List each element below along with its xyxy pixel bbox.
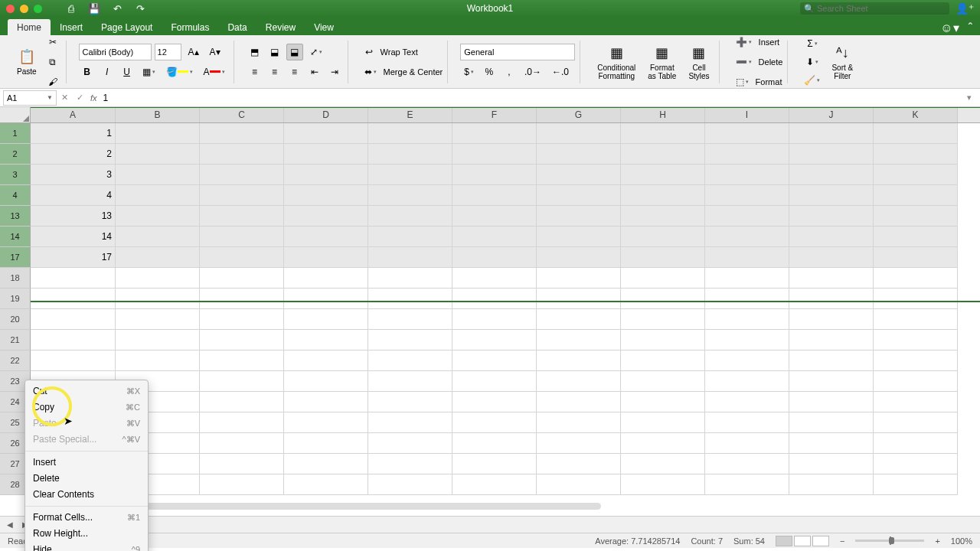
cell-K17[interactable] (874, 247, 958, 268)
cell-J1[interactable] (789, 123, 874, 144)
cell-H13[interactable] (621, 206, 705, 227)
cell-H3[interactable] (621, 165, 705, 185)
cell-K3[interactable] (874, 165, 958, 185)
cell-F3[interactable] (452, 165, 537, 185)
cell-D27[interactable] (284, 454, 368, 474)
cell-H22[interactable] (621, 350, 705, 371)
column-header-d[interactable]: D (284, 107, 368, 122)
cell-E17[interactable] (368, 247, 452, 268)
cell-F28[interactable] (452, 474, 537, 495)
page-layout-view-button[interactable] (794, 536, 811, 546)
cell-F20[interactable] (452, 309, 537, 330)
row-header-22[interactable]: 22 (0, 350, 31, 371)
cell-B20[interactable] (116, 309, 200, 330)
cell-E13[interactable] (368, 206, 452, 227)
sheet-prev-icon[interactable]: ◀ (5, 520, 15, 529)
cell-J25[interactable] (789, 412, 874, 433)
cell-D21[interactable] (284, 330, 368, 350)
cell-E1[interactable] (368, 123, 452, 144)
cell-E23[interactable] (368, 371, 452, 392)
decrease-indent-icon[interactable]: ⇤ (306, 64, 323, 80)
collapse-ribbon-icon[interactable]: ˆ (969, 21, 972, 35)
formula-input[interactable] (100, 93, 962, 103)
menu-item-copy[interactable]: Copy⌘C (25, 399, 148, 416)
cell-A22[interactable] (31, 350, 116, 371)
cell-G2[interactable] (537, 144, 621, 165)
autosave-icon[interactable]: ⎙ (65, 2, 77, 15)
cell-J21[interactable] (789, 330, 874, 350)
cell-A14[interactable]: 14 (31, 227, 116, 247)
cell-B3[interactable] (116, 165, 200, 185)
column-header-b[interactable]: B (116, 107, 200, 122)
page-break-view-button[interactable] (812, 536, 829, 546)
cell-I25[interactable] (705, 412, 789, 433)
row-header-13[interactable]: 13 (0, 206, 31, 227)
clear-icon[interactable]: 🧹 (800, 72, 824, 89)
select-all-corner[interactable] (0, 107, 31, 122)
cell-J18[interactable] (789, 268, 874, 289)
menu-item-clear-contents[interactable]: Clear Contents (25, 487, 148, 503)
cell-J17[interactable] (789, 247, 874, 268)
merge-center-button[interactable]: ⬌ (361, 64, 381, 80)
cell-E20[interactable] (368, 309, 452, 330)
delete-cells-button[interactable]: ➖ (732, 54, 756, 70)
cell-J28[interactable] (789, 474, 874, 495)
cell-H4[interactable] (621, 185, 705, 206)
cell-K24[interactable] (874, 392, 958, 412)
cell-J3[interactable] (789, 165, 874, 185)
cell-A3[interactable]: 3 (31, 165, 116, 185)
cell-G21[interactable] (537, 330, 621, 350)
cell-E21[interactable] (368, 330, 452, 350)
increase-indent-icon[interactable]: ⇥ (326, 64, 343, 80)
cell-K26[interactable] (874, 433, 958, 454)
cancel-formula-icon[interactable]: ✕ (57, 93, 72, 103)
cell-G27[interactable] (537, 454, 621, 474)
cell-D26[interactable] (284, 433, 368, 454)
cell-G14[interactable] (537, 227, 621, 247)
cell-F14[interactable] (452, 227, 537, 247)
cell-C24[interactable] (200, 392, 284, 412)
orientation-icon[interactable]: ⤢ (306, 44, 326, 60)
cell-C2[interactable] (200, 144, 284, 165)
tab-insert[interactable]: Insert (51, 19, 92, 35)
tab-home[interactable]: Home (8, 19, 51, 35)
cell-E22[interactable] (368, 350, 452, 371)
align-center-icon[interactable]: ≡ (266, 64, 283, 80)
cell-E19[interactable] (368, 289, 452, 309)
cell-K1[interactable] (874, 123, 958, 144)
cell-A18[interactable] (31, 268, 116, 289)
zoom-window-button[interactable] (34, 5, 42, 13)
cell-H17[interactable] (621, 247, 705, 268)
minimize-window-button[interactable] (20, 5, 28, 13)
cell-D20[interactable] (284, 309, 368, 330)
menu-item-cut[interactable]: Cut⌘X (25, 383, 148, 399)
menu-item-insert[interactable]: Insert (25, 455, 148, 471)
cell-E3[interactable] (368, 165, 452, 185)
cell-D3[interactable] (284, 165, 368, 185)
cell-K20[interactable] (874, 309, 958, 330)
cell-J19[interactable] (789, 289, 874, 309)
cell-F26[interactable] (452, 433, 537, 454)
cell-J2[interactable] (789, 144, 874, 165)
row-header-4[interactable]: 4 (0, 185, 31, 206)
column-header-a[interactable]: A (31, 107, 116, 122)
cell-I28[interactable] (705, 474, 789, 495)
cell-B17[interactable] (116, 247, 200, 268)
tab-data[interactable]: Data (218, 19, 256, 35)
cell-I22[interactable] (705, 350, 789, 371)
cell-C20[interactable] (200, 309, 284, 330)
cell-D17[interactable] (284, 247, 368, 268)
cell-G22[interactable] (537, 350, 621, 371)
cell-I14[interactable] (705, 227, 789, 247)
cell-E18[interactable] (368, 268, 452, 289)
cell-K19[interactable] (874, 289, 958, 309)
cell-H27[interactable] (621, 454, 705, 474)
cell-F19[interactable] (452, 289, 537, 309)
column-header-c[interactable]: C (200, 107, 284, 122)
menu-item-format-cells[interactable]: Format Cells...⌘1 (25, 510, 148, 526)
cell-C19[interactable] (200, 289, 284, 309)
row-header-1[interactable]: 1 (0, 123, 31, 144)
cell-B22[interactable] (116, 350, 200, 371)
font-size-select[interactable] (155, 44, 181, 60)
cell-J24[interactable] (789, 392, 874, 412)
